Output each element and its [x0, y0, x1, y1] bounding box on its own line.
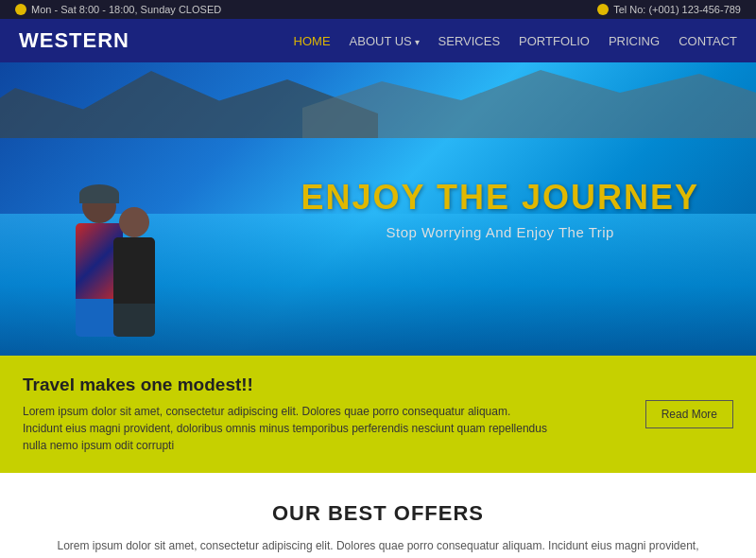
offers-section: OUR BEST OFFERS Lorem ipsum dolor sit am… [0, 473, 756, 558]
nav-contact[interactable]: CONTACT [679, 34, 737, 48]
offers-text: Lorem ipsum dolor sit amet, consectetur … [57, 537, 699, 558]
yellow-text: Lorem ipsum dolor sit amet, consectetur … [23, 403, 552, 454]
person2-body [113, 237, 155, 304]
person1-head [82, 189, 116, 223]
offers-title: OUR BEST OFFERS [19, 501, 737, 526]
main-nav: HOME ABOUT US SERVICES PORTFOLIO PRICING… [294, 34, 737, 48]
yellow-band: Travel makes one modest!! Lorem ipsum do… [0, 356, 756, 473]
figure-body [57, 148, 208, 337]
hero-text: ENJOY THE JOURNEY Stop Worrying And Enjo… [301, 179, 699, 240]
nav-pricing[interactable]: PRICING [609, 34, 660, 48]
yellow-title: Travel makes one modest!! [23, 375, 552, 395]
hero-subtitle: Stop Worrying And Enjoy The Trip [301, 223, 699, 239]
nav-about[interactable]: ABOUT US [350, 34, 420, 48]
hero-title: ENJOY THE JOURNEY [301, 179, 699, 217]
person2-head [119, 207, 149, 237]
nav-home[interactable]: HOME [294, 34, 331, 48]
yellow-content: Travel makes one modest!! Lorem ipsum do… [23, 375, 552, 454]
read-more-button[interactable]: Read More [645, 400, 733, 428]
couple-figure [57, 148, 208, 337]
nav-services[interactable]: SERVICES [438, 34, 501, 48]
top-bar: Mon - Sat 8:00 - 18:00, Sunday CLOSED Te… [0, 0, 756, 19]
phone-info: Tel No: (+001) 123-456-789 [597, 4, 741, 15]
clock-icon [15, 4, 26, 15]
nav-portfolio[interactable]: PORTFOLIO [519, 34, 590, 48]
logo: WESTERN [19, 28, 129, 53]
hours-info: Mon - Sat 8:00 - 18:00, Sunday CLOSED [15, 4, 221, 15]
hero-section: ENJOY THE JOURNEY Stop Worrying And Enjo… [0, 62, 756, 356]
header: WESTERN HOME ABOUT US SERVICES PORTFOLIO… [0, 19, 756, 62]
phone-icon [597, 4, 609, 15]
person2-legs [113, 304, 155, 337]
mountain-illustration [0, 62, 756, 138]
person2 [113, 207, 155, 337]
